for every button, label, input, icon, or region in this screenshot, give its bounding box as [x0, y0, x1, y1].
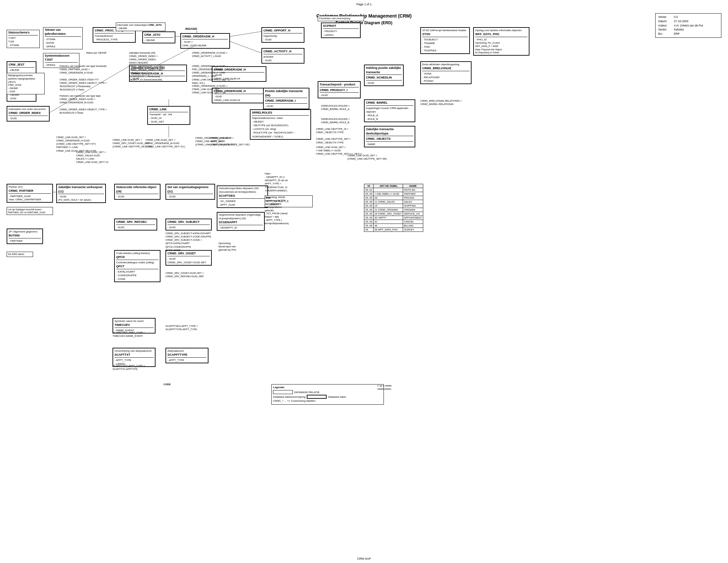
- entity-crmd-activity-h: CRMD_ACTIVITY_H Activiteit - GUID: [261, 48, 304, 64]
- r6c1: 05, 06: [364, 208, 374, 212]
- entity-scgenappt: Gegenereerde afspraken (regelmatige of g…: [217, 212, 265, 231]
- scapttxt-appt-type: - APPT_TYPE: [114, 358, 154, 362]
- wff-data-table: HI _SET DE-TABEL NAME 05, 02PAYPLAN 05, …: [364, 184, 423, 232]
- entity-crmd-brelvonae: Extra attributen objectkoppeling CRMD_BR…: [420, 61, 472, 84]
- scaptseg-sc-owner: - SC_OWNER: [219, 199, 266, 203]
- crmc-objects-sub: CRMC_OBJECTS: [366, 137, 413, 142]
- crmd-binrel-subtitle: Koppelingen tussen CRM-applicatie-object…: [366, 106, 413, 114]
- wff-th1: HI: [364, 184, 374, 188]
- crmd-brelvonae-title: CRMD_BRELVONAE: [422, 66, 470, 71]
- qpcd-title: QPCD: [116, 255, 159, 260]
- legend-label-1: DATABASE RELATIE: [294, 391, 319, 394]
- crmd-brelvonae-subtitle: Extra attributen objectkoppeling: [422, 63, 470, 66]
- page-container: Page 1 of 1 CRM-SAP Customer Relationshi…: [0, 0, 728, 563]
- stxh-tdid: - TDID: [422, 45, 468, 49]
- r6c2: 21 CRMD_ORGMAN: [373, 208, 403, 212]
- crmd-orderadm-i-sub: CRMD_ORDERADM_I: [265, 99, 307, 104]
- code-label: CODE: [163, 383, 220, 386]
- entity-statuscode-ref: Statuscode referentie-object (29) - GUID: [114, 184, 160, 200]
- crmd-partner-guid: - PARTNER_GUID: [9, 194, 51, 198]
- legend-item-3: CRMC_* ... => Customizing tabellen: [273, 399, 382, 402]
- entity-crmd-srv-refobj: CRMD_SRV_REFOBJ - GUID: [114, 218, 157, 230]
- crmd-link-title: CRMD_LINK: [149, 107, 188, 112]
- zakelijk-verkoop-guid: - GUID: [58, 195, 104, 198]
- callout-info-text: Informatie over statusobject CRM_JSTO: [117, 23, 164, 27]
- entity-statusschema-title: Statusschema's: [8, 31, 38, 35]
- crmd-srv-refobj-guid: - GUID: [116, 225, 155, 229]
- entity-srrelroles: SRRELROLES Objectrelatieservice: rollen …: [250, 109, 311, 140]
- entity-sys-title: Systeemstatussen TJ02T: [45, 54, 78, 63]
- crmd-product-i-title: Transactieposit - product: [320, 82, 359, 87]
- bu-value: ERP: [673, 32, 719, 36]
- note-status-objnr: Status per OBJNR: [86, 51, 126, 55]
- crmd-orderadm-i-guid: - GUID: [265, 104, 307, 108]
- qpcd-subtitle: Code-teksten (uitleg teksten): [116, 251, 159, 255]
- r4c3: SALES: [403, 200, 423, 204]
- r11c1: 05: [364, 228, 374, 232]
- callout-partner-note: Let op! Datatype verschilt tussen PARTNE…: [7, 207, 53, 215]
- datum-value: 27-10-2003: [673, 19, 719, 23]
- crmd-link-subtitle: Transactie - set - link: [149, 113, 188, 117]
- callout-wijz-fields: CRM_JCDS- OBJNR- STAT: [8, 83, 43, 93]
- crm-jsto-field: - OBJNR: [144, 38, 173, 42]
- qpcd-codegruppe: - CODEGRUPPE: [116, 273, 159, 277]
- stxh-tdspras: - TDSPRAS: [422, 49, 468, 52]
- auteur-value: A.H. (Alwin) van de Put: [673, 23, 719, 28]
- stxh-tdname: - TDNAME: [422, 41, 468, 45]
- bu-label: BU:: [658, 32, 673, 36]
- but000-subtitle: ZP: Algemene gegevens: [9, 230, 41, 233]
- r7c3: SERVICE_OS: [403, 212, 423, 216]
- field-stsma: - STSMA: [8, 43, 38, 47]
- legend-rect-thick: [307, 395, 327, 399]
- crmd-order-index-title: CRMD_ORDER_INDEX: [9, 111, 48, 116]
- entity-crmd-orderadm-h-ingang: CRMD_ORDERADM_H - GUID = CRM_JSTO-OBJNR: [180, 33, 230, 49]
- wff-data-pho-subtitle: Opslag voor fysieke informatie-objecten: [475, 28, 527, 32]
- stxh-subtitle: STXD SAPscript tekstbestand header: [422, 28, 468, 32]
- entity-crmd-opport-h: CRMD_OPPORT_H Opportunity - GUID: [261, 27, 304, 43]
- r8c2: 30 *APPT*: [373, 216, 403, 220]
- partner-note-text: Let op! Datatype verschilt tussen PARTNE…: [8, 208, 52, 214]
- note-crmd-srv-osset: CRMD_SRV_OSSET-GUID-SET = CRMD_SRV_REFOB…: [165, 271, 212, 278]
- org-set-title: Set van organisatiegegevens (21): [167, 185, 213, 194]
- legend-note-text: Database tabelomschrijving: [273, 396, 305, 399]
- crmd-product-i-sub: CRMD_PRODUCT_I: [320, 88, 359, 93]
- note-scaptseg-filter: Filter: - GENAPPT_ID (= GENAPPT_ID als d…: [265, 172, 318, 212]
- r8c3: APPOINTMENT: [403, 216, 423, 220]
- zakelijk-verkoop-title: Zakelijke transactie verkoopset (11): [58, 185, 104, 194]
- srrelroles-roletype: - ROLETYPE (vb. 'NACHFOLGER' /: [252, 131, 309, 134]
- entity-crmd-partner: Partner (07) CRMD_PARTNER - PARTNER_GUID…: [7, 184, 53, 203]
- scpriot-field2: - LANGU: [323, 33, 359, 37]
- note-crmd-h-guid: CRMD_ORDERADM_H-GUID = CRMD_ACTIVITY_I-G…: [192, 51, 248, 58]
- r10c3: BILLING: [403, 224, 423, 228]
- entity-org-set: Set van organisatiegegevens (21) - GUID: [165, 184, 215, 200]
- note-crmd-h-activity: CRMD_ORDERADM_H-GUID = CRMD_LINK-GUID_SE…: [192, 84, 248, 94]
- statuscode-ref-guid: - GUID: [116, 195, 159, 198]
- note-crmd-brelvonae: CRMD_BRELVONAE-RELATIONID = CRMD_BINREL-…: [420, 99, 473, 106]
- entity-crmd-order-index: Indextabel one-order-document CRMD_ORDER…: [7, 106, 50, 121]
- r5c2: 15: [373, 204, 403, 208]
- crmd-brelvonae-vona: - VONA: [422, 72, 470, 75]
- info-box: Versie: 0.4 Datum: 27-10-2003 Auteur: A.…: [655, 13, 721, 38]
- entity-statusschema: Statusschema's TJ30T TJ20 - STSMA: [7, 30, 40, 48]
- versie-label: Versie:: [658, 15, 673, 19]
- legend-label-2: Database tabel: [328, 396, 346, 399]
- entity-crmd-link: CRMD_LINK Transactie - set - link - GUID…: [147, 106, 190, 125]
- note-crmd-link-objtype: CRMD_LINK-OBJTYPE_HI = CRMC_OBJECTS-TYPE…: [316, 127, 372, 144]
- scapttxt-subtitle: Omschrijving van afspraaksoort: [114, 349, 154, 353]
- crmd-orderadm-i-title: Positie zakelijke transactie (06): [265, 89, 307, 98]
- crmd-partner-subtitle: Partner (07): [9, 185, 51, 189]
- r9c1: 05, 06: [364, 220, 374, 224]
- note-partners-trans: Partners van transactie van type transac…: [60, 65, 124, 91]
- callout-info-field: - OBJNR: [117, 27, 164, 30]
- wff-th2: _SET DE-TABEL: [373, 184, 403, 188]
- note-ssrelroles-2: SSRELROLES-ROLEID = CRMD_BINREL-ROLE_B: [321, 117, 367, 124]
- crmd-orderadm-h-ingang-field2: CRM_JSTO-OBJNR: [182, 44, 228, 47]
- legend-title: Legenda:: [273, 386, 382, 389]
- callout-info-status: Informatie over statusobject CRM_JSTO - …: [116, 23, 165, 31]
- callout-zie-erd: Zie ERD adres: [7, 252, 33, 257]
- legend-rect-thin: [273, 390, 293, 394]
- field-stsma2: - STSMA: [45, 37, 81, 41]
- note-status-text: Status per OBJNR: [86, 51, 126, 55]
- auteur-label: Auteur:: [658, 23, 673, 28]
- srrelroles-logsys: - LOGSYS (vb. leeg): [252, 127, 309, 131]
